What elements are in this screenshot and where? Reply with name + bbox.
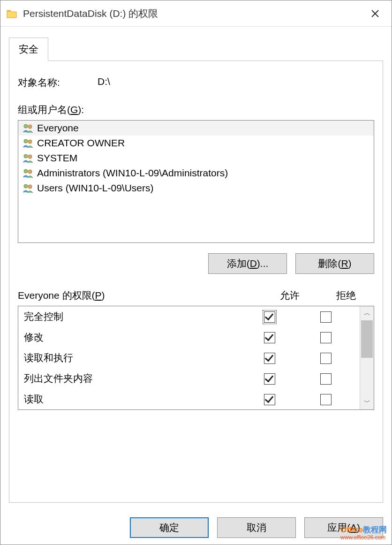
permission-row: 修改 [18, 327, 360, 348]
folder-icon [6, 8, 17, 20]
list-item[interactable]: Administrators (WIN10-L-09\Administrator… [18, 166, 374, 181]
close-button[interactable] [364, 5, 386, 22]
svg-point-5 [28, 155, 32, 159]
scrollbar[interactable]: ︿ ﹀ [360, 306, 374, 409]
svg-point-3 [28, 140, 32, 144]
permissions-for-label: Everyone 的权限(P) [18, 289, 262, 302]
list-item-label: Administrators (WIN10-L-09\Administrator… [37, 167, 228, 179]
deny-checkbox[interactable] [320, 332, 332, 343]
allow-column-header: 允许 [262, 289, 318, 302]
allow-checkbox[interactable] [264, 394, 275, 405]
object-name-label: 对象名称: [18, 76, 98, 89]
permission-row: 列出文件夹内容 [18, 368, 360, 389]
deny-checkbox[interactable] [320, 373, 332, 385]
window-title: PersistentDataDisk (D:) 的权限 [23, 7, 158, 20]
permission-label: 读取 [24, 393, 241, 406]
allow-checkbox[interactable] [264, 353, 275, 364]
group-icon [22, 138, 34, 148]
deny-column-header: 拒绝 [318, 289, 374, 302]
allow-checkbox[interactable] [264, 332, 275, 343]
scroll-up-icon[interactable]: ︿ [360, 306, 374, 320]
titlebar: PersistentDataDisk (D:) 的权限 [0, 0, 392, 27]
list-item-label: CREATOR OWNER [37, 137, 125, 149]
group-users-label: 组或用户名(G): [18, 103, 374, 116]
tab-strip: 安全 [9, 37, 383, 61]
group-icon [22, 183, 34, 193]
deny-checkbox[interactable] [320, 353, 332, 364]
permission-row: 读取 [18, 389, 360, 409]
svg-point-4 [24, 154, 28, 158]
svg-point-0 [24, 124, 28, 128]
group-icon [22, 153, 34, 163]
security-panel: 对象名称: D:\ 组或用户名(G): EveryoneCREATOR OWNE… [9, 61, 383, 503]
object-name-value: D:\ [98, 76, 110, 89]
svg-point-2 [24, 139, 28, 143]
permission-row: 读取和执行 [18, 348, 360, 368]
svg-point-1 [28, 125, 32, 129]
deny-checkbox[interactable] [320, 394, 332, 405]
svg-point-8 [24, 184, 28, 188]
permissions-listbox: 完全控制修改读取和执行列出文件夹内容读取 ︿ ﹀ [18, 306, 374, 410]
list-item-label: Users (WIN10-L-09\Users) [37, 182, 154, 194]
list-item[interactable]: Everyone [18, 121, 374, 136]
list-item[interactable]: CREATOR OWNER [18, 136, 374, 151]
deny-checkbox[interactable] [320, 311, 332, 323]
allow-checkbox[interactable] [264, 311, 275, 323]
remove-button[interactable]: 删除(R) [295, 253, 374, 274]
scroll-thumb[interactable] [361, 320, 373, 358]
tab-security[interactable]: 安全 [9, 38, 48, 61]
list-item-label: Everyone [37, 122, 79, 134]
permission-row: 完全控制 [18, 306, 360, 327]
permission-label: 修改 [24, 331, 241, 344]
apply-button[interactable]: 应用(A) [304, 517, 383, 538]
ok-button[interactable]: 确定 [130, 517, 209, 538]
svg-point-7 [28, 170, 32, 174]
group-icon [22, 123, 34, 133]
cancel-button[interactable]: 取消 [217, 517, 296, 538]
allow-checkbox[interactable] [264, 373, 275, 385]
group-icon [22, 168, 34, 178]
list-item-label: SYSTEM [37, 152, 77, 164]
list-item[interactable]: Users (WIN10-L-09\Users) [18, 181, 374, 196]
add-button[interactable]: 添加(D)... [208, 253, 287, 274]
permission-label: 完全控制 [24, 310, 241, 323]
permission-label: 列出文件夹内容 [24, 372, 241, 385]
svg-point-6 [24, 169, 28, 173]
permission-label: 读取和执行 [24, 351, 241, 364]
scroll-down-icon[interactable]: ﹀ [360, 395, 374, 409]
svg-point-9 [28, 185, 32, 189]
user-listbox[interactable]: EveryoneCREATOR OWNERSYSTEMAdministrator… [18, 120, 374, 243]
list-item[interactable]: SYSTEM [18, 151, 374, 166]
